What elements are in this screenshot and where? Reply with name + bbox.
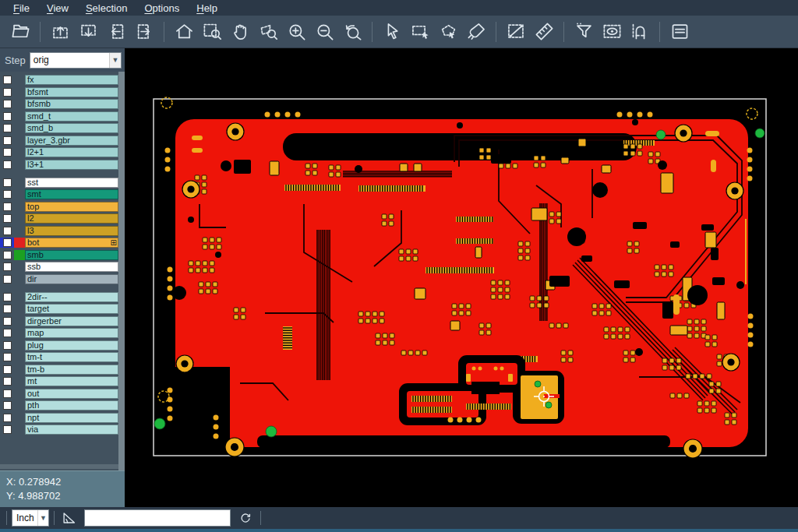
layer-checkbox[interactable] — [3, 203, 12, 211]
filter-button[interactable] — [571, 19, 596, 44]
layer-row-l2+1[interactable]: l2+1 — [0, 147, 118, 157]
shift-up-button[interactable] — [48, 19, 72, 44]
layer-name[interactable]: dir — [25, 274, 118, 284]
layer-name[interactable]: smt — [25, 189, 118, 199]
layer-checkbox[interactable] — [3, 262, 12, 271]
layer-checkbox[interactable] — [3, 88, 12, 97]
select-rect-button[interactable] — [408, 19, 433, 44]
shift-down-button[interactable] — [76, 19, 101, 44]
select-poly-button[interactable] — [436, 19, 461, 44]
layer-checkbox[interactable] — [3, 251, 12, 259]
layer-row-ssb[interactable]: ssb — [0, 262, 118, 272]
layer-name[interactable]: bfsmt — [25, 87, 118, 97]
layer-name[interactable]: bfsmb — [25, 99, 118, 109]
shift-right-button[interactable] — [132, 19, 157, 44]
ruler-button[interactable] — [531, 19, 556, 44]
measure-button[interactable] — [503, 19, 528, 44]
layer-checkbox[interactable] — [3, 178, 12, 187]
layer-row-bot[interactable]: bot⊞ — [0, 238, 118, 248]
layer-row-tm-b[interactable]: tm-b — [0, 365, 118, 375]
layer-name[interactable]: pth — [25, 400, 118, 410]
layer-name[interactable]: l3+1 — [25, 160, 118, 170]
layer-row-fx[interactable]: fx — [0, 75, 118, 85]
grid-icon[interactable]: ⊞ — [111, 239, 117, 247]
layer-name[interactable]: l2 — [25, 213, 118, 224]
layer-checkbox[interactable] — [3, 214, 12, 223]
menu-item-help[interactable]: Help — [188, 2, 226, 14]
zoom-area-button[interactable] — [256, 19, 281, 44]
layer-row-l2[interactable]: l2 — [0, 213, 118, 224]
layer-row-layer_3.gbr[interactable]: layer_3.gbr — [0, 136, 118, 146]
pan-button[interactable] — [228, 19, 252, 44]
layer-checkbox[interactable] — [3, 389, 12, 398]
menu-item-selection[interactable]: Selection — [77, 2, 136, 14]
layer-name[interactable]: bot⊞ — [25, 238, 118, 248]
zoom-window-button[interactable] — [200, 19, 224, 44]
layer-row-bfsmt[interactable]: bfsmt — [0, 87, 118, 97]
brush-button[interactable] — [464, 19, 489, 44]
list-button[interactable] — [667, 19, 692, 44]
layer-name[interactable]: tm-b — [25, 365, 118, 375]
layer-name[interactable]: layer_3.gbr — [25, 136, 118, 146]
angle-measure-icon[interactable] — [59, 508, 79, 528]
layer-name[interactable]: smb — [25, 250, 118, 260]
layer-checkbox[interactable] — [3, 341, 12, 350]
select-button[interactable] — [380, 19, 404, 44]
layer-name[interactable]: smd_t — [25, 111, 118, 122]
layer-name[interactable]: top — [25, 202, 118, 212]
layer-checkbox[interactable] — [3, 238, 12, 247]
layer-name[interactable]: dirgerber — [25, 316, 118, 326]
snap-button[interactable] — [627, 19, 652, 44]
layer-name[interactable]: fx — [25, 75, 118, 85]
shift-left-button[interactable] — [104, 19, 129, 44]
layer-row-sst[interactable]: sst — [0, 178, 118, 188]
layer-row-map[interactable]: map — [0, 328, 118, 338]
layer-row-smb[interactable]: smb — [0, 250, 118, 260]
menu-item-view[interactable]: View — [38, 2, 77, 14]
chevron-down-icon[interactable]: ▼ — [109, 53, 121, 68]
layer-checkbox[interactable] — [3, 401, 12, 410]
layer-row-l3+1[interactable]: l3+1 — [0, 160, 118, 170]
layer-row-smt[interactable]: smt — [0, 189, 118, 199]
unit-select[interactable]: Inch ▼ — [12, 509, 49, 527]
step-dropdown[interactable]: orig ▼ — [30, 52, 122, 69]
layer-row-l3[interactable]: l3 — [0, 226, 118, 236]
horizontal-scrollbar[interactable] — [0, 464, 118, 469]
chevron-down-icon[interactable]: ▼ — [37, 510, 48, 526]
layer-row-pth[interactable]: pth — [0, 400, 118, 410]
layer-name[interactable]: mt — [25, 376, 118, 386]
layer-name[interactable]: via — [25, 425, 118, 435]
layer-row-target[interactable]: target — [0, 304, 118, 314]
layer-checkbox[interactable] — [3, 112, 12, 121]
layer-checkbox[interactable] — [3, 124, 12, 132]
layer-name[interactable]: map — [25, 328, 118, 338]
layer-checkbox[interactable] — [3, 425, 12, 434]
layer-checkbox[interactable] — [3, 76, 12, 84]
layer-name[interactable]: npt — [25, 413, 118, 423]
layer-checkbox[interactable] — [3, 148, 12, 157]
layer-name[interactable]: target — [25, 304, 118, 314]
zoom-in-button[interactable] — [284, 19, 309, 44]
zoom-back-button[interactable] — [340, 19, 365, 44]
home-button[interactable] — [171, 19, 196, 44]
layer-row-2dir--[interactable]: 2dir-- — [0, 292, 118, 302]
menu-item-options[interactable]: Options — [136, 2, 188, 14]
layer-checkbox[interactable] — [3, 305, 12, 313]
layer-checkbox[interactable] — [3, 353, 12, 361]
menu-item-file[interactable]: File — [5, 2, 38, 14]
layer-name[interactable]: tm-t — [25, 352, 118, 362]
layer-name[interactable]: out — [25, 389, 118, 399]
layer-row-smd_t[interactable]: smd_t — [0, 111, 118, 122]
vertical-scrollbar[interactable] — [118, 72, 125, 470]
view-button[interactable] — [599, 19, 624, 44]
layer-checkbox[interactable] — [3, 317, 12, 326]
layer-checkbox[interactable] — [3, 160, 12, 169]
layer-checkbox[interactable] — [3, 329, 12, 337]
layer-row-tm-t[interactable]: tm-t — [0, 352, 118, 362]
layer-row-top[interactable]: top — [0, 202, 118, 212]
layer-checkbox[interactable] — [3, 227, 12, 235]
layer-row-plug[interactable]: plug — [0, 340, 118, 351]
command-input[interactable] — [84, 509, 231, 527]
pcb-canvas[interactable] — [125, 48, 798, 507]
layer-row-via[interactable]: via — [0, 425, 118, 435]
